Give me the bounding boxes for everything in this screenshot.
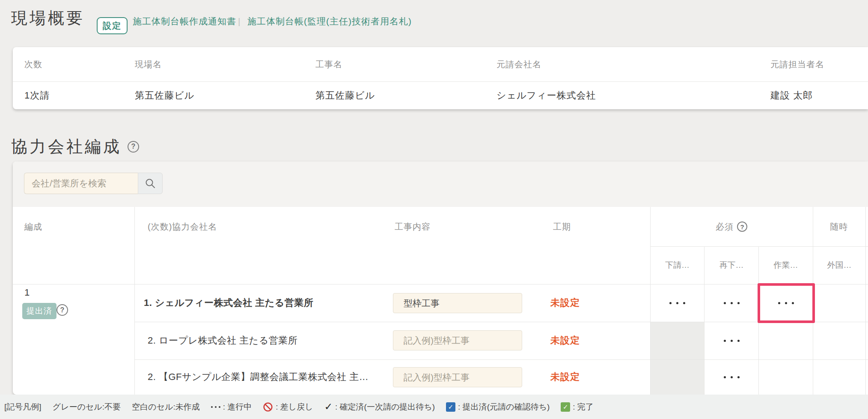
column-header-company: (次数)協力会社名 xyxy=(148,207,217,246)
page-title: 現場概要 xyxy=(11,8,85,28)
blue-check-square-icon: ✓ xyxy=(446,402,455,412)
legend-text: グレーのセル:不要 xyxy=(53,401,121,413)
legend-item-confirmed: ✓ : 確定済(一次請の提出待ち) xyxy=(324,401,435,413)
in-progress-dots-icon xyxy=(724,376,740,378)
column-header-motouke-tantousha: 元請担当者名 xyxy=(770,47,824,81)
column-header-jisuu: 次数 xyxy=(24,47,42,81)
group-header-anytime: 随時 xyxy=(813,207,865,246)
in-progress-dots-icon xyxy=(669,302,685,304)
partner-section-title: 協力会社編成 ? xyxy=(11,136,139,157)
doc-cell-saishitauke-row-3[interactable] xyxy=(705,360,758,395)
doc-cell-not-required xyxy=(651,322,704,359)
site-overview-card: 次数 現場名 工事名 元請会社名 元請担当者名 1次請 第五佐藤ビル 第五佐藤ビ… xyxy=(13,47,868,109)
subcolumn-header-saishitauke: 再下… xyxy=(705,246,758,284)
company-name-row-3[interactable]: 2. 【GFサンプル企業】調整会議工業株式会社 主… xyxy=(148,359,369,395)
legend-text: : 確定済(一次請の提出待ち) xyxy=(335,401,435,413)
legend-text: : 進行中 xyxy=(223,401,252,413)
help-icon[interactable]: ? xyxy=(128,141,139,153)
legend-text: : 提出済(元請の確認待ち) xyxy=(458,401,550,413)
company-search-input[interactable] xyxy=(24,173,138,194)
company-name-row-2[interactable]: 2. ロープレ株式会社 主たる営業所 xyxy=(148,322,297,359)
link-separator: | xyxy=(238,15,241,27)
column-header-period: 工期 xyxy=(553,207,571,246)
grid-line xyxy=(134,207,135,395)
grid-line xyxy=(865,207,866,395)
legend-item-blank-cell: 空白のセル:未作成 xyxy=(132,401,200,413)
in-progress-dots-icon xyxy=(211,406,220,408)
search-button[interactable] xyxy=(138,173,163,194)
symbol-legend: [記号凡例] グレーのセル:不要 空白のセル:未作成 : 進行中 : 差し戻し … xyxy=(0,395,868,419)
subcolumn-header-shitauke: 下請… xyxy=(651,246,704,284)
link-taicho-notification[interactable]: 施工体制台帳作成通知書 xyxy=(133,15,236,27)
status-badge-submitted: 提出済 xyxy=(22,303,56,319)
legend-text: 空白のセル:未作成 xyxy=(132,401,200,413)
check-icon: ✓ xyxy=(324,402,333,412)
magnifier-icon xyxy=(145,178,156,189)
column-header-genbamei: 現場名 xyxy=(135,47,162,81)
cell-motouke-tantousha: 建設 太郎 xyxy=(770,82,813,109)
cell-motouke-kaisha: シェルフィー株式会社 xyxy=(496,82,596,109)
period-status-row-3[interactable]: 未設定 xyxy=(550,359,580,395)
cell-genbamei: 第五佐藤ビル xyxy=(135,82,194,109)
doc-cell-saishitauke-row-1[interactable] xyxy=(705,284,758,322)
legend-text: : 完了 xyxy=(573,401,594,413)
legend-item-gray-cell: グレーのセル:不要 xyxy=(53,401,121,413)
subcolumn-header-sagyouin: 作業… xyxy=(759,246,813,284)
page: 現場概要 設定 施工体制台帳作成通知書 | 施工体制台帳(監理(主任)技術者用名… xyxy=(0,0,868,419)
legend-prefix: [記号凡例] xyxy=(4,401,42,413)
link-taicho-nameplate[interactable]: 施工体制台帳(監理(主任)技術者用名札) xyxy=(247,15,412,27)
group-header-required-label: 必須 xyxy=(716,221,734,233)
cell-jisuu: 1次請 xyxy=(24,82,50,109)
partner-formation-card: 編成 (次数)協力会社名 工事内容 工期 必須 ? 随時 下請… 再下… 作業…… xyxy=(13,162,868,395)
legend-item-in-progress: : 進行中 xyxy=(211,401,252,413)
in-progress-dots-icon xyxy=(778,302,794,304)
doc-cell-saishitauke-row-2[interactable] xyxy=(705,322,758,359)
work-content-input-row-3[interactable] xyxy=(393,367,522,387)
subcolumn-header-gaikokujin: 外国… xyxy=(813,246,865,284)
column-header-hensei: 編成 xyxy=(24,207,42,246)
no-entry-icon xyxy=(263,402,273,412)
period-status-row-2[interactable]: 未設定 xyxy=(550,322,580,359)
legend-item-rejected: : 差し戻し xyxy=(263,401,313,413)
group-header-required: 必須 ? xyxy=(650,207,813,246)
in-progress-dots-icon xyxy=(724,340,740,342)
legend-item-complete: ✓ : 完了 xyxy=(561,401,594,413)
cell-koujimei: 第五佐藤ビル xyxy=(315,82,375,109)
search-bar xyxy=(13,162,868,207)
doc-cell-shitauke-row-1[interactable] xyxy=(651,284,704,322)
company-name-row-1[interactable]: 1. シェルフィー株式会社 主たる営業所 xyxy=(144,284,313,322)
partner-section-title-text: 協力会社編成 xyxy=(11,136,122,157)
doc-cell-sagyouin-row-1[interactable] xyxy=(759,284,813,322)
legend-text: : 差し戻し xyxy=(276,401,313,413)
doc-cell-not-required xyxy=(651,360,704,395)
period-status-row-1[interactable]: 未設定 xyxy=(550,284,580,322)
work-content-input-row-1[interactable] xyxy=(393,293,522,313)
column-header-koujimei: 工事名 xyxy=(315,47,342,81)
settings-button[interactable]: 設定 xyxy=(97,17,128,34)
formation-number: 1 xyxy=(24,287,30,298)
in-progress-dots-icon xyxy=(724,302,740,304)
help-icon[interactable]: ? xyxy=(737,221,747,232)
legend-item-submitted: ✓ : 提出済(元請の確認待ち) xyxy=(446,401,550,413)
column-header-motouke-kaisha: 元請会社名 xyxy=(496,47,541,81)
green-check-square-icon: ✓ xyxy=(561,402,570,412)
work-content-input-row-2[interactable] xyxy=(393,330,522,350)
column-header-work: 工事内容 xyxy=(395,207,431,246)
help-icon[interactable]: ? xyxy=(56,304,68,316)
